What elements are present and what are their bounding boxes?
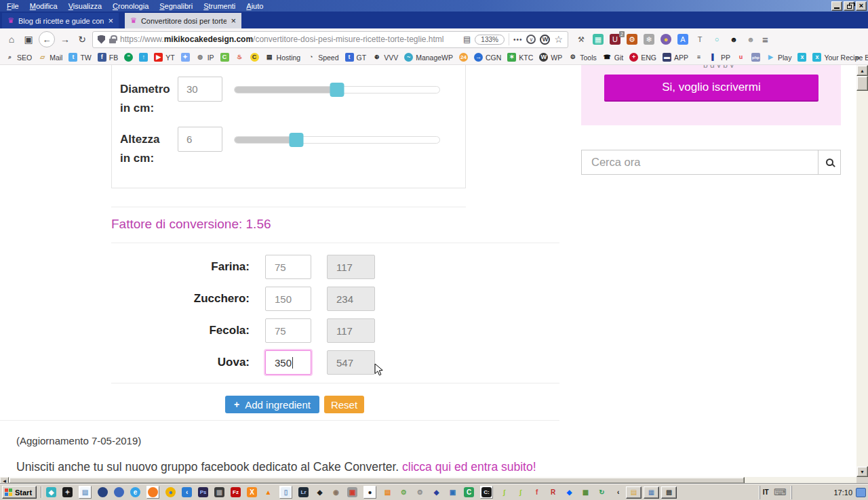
start-button[interactable]: Start xyxy=(2,486,37,499)
menu-visualizza[interactable]: Visualizza xyxy=(63,1,107,11)
menu-file[interactable]: File xyxy=(1,1,24,11)
vertical-scrollbar[interactable]: ▲ ▼ xyxy=(856,65,868,477)
altezza-input[interactable]: 6 xyxy=(178,127,222,152)
menu-cronologia[interactable]: Cronologia xyxy=(107,1,154,11)
bookmark-hosting[interactable]: ▤Hosting xyxy=(265,53,301,62)
ql-inkscape[interactable]: ◆ xyxy=(315,487,325,497)
save-extension-icon[interactable]: ▦ xyxy=(593,34,604,45)
ingredient-input[interactable]: 75 xyxy=(265,318,311,343)
bookmark-arrow[interactable]: ↑ xyxy=(139,53,148,62)
close-button[interactable]: × xyxy=(856,1,867,11)
bookmark-hangouts[interactable]: “ xyxy=(124,53,133,62)
vertical-scrollbar-thumb[interactable] xyxy=(856,76,868,91)
bookmark-vvv[interactable]: ⊕VVV xyxy=(372,53,398,62)
back-button[interactable]: ← xyxy=(39,31,55,47)
altezza-slider-handle[interactable] xyxy=(289,133,303,147)
ql-filezilla[interactable]: Fz xyxy=(231,487,241,497)
page-actions-icon[interactable]: ••• xyxy=(513,36,523,43)
bookmark-24[interactable]: 24 xyxy=(459,53,468,62)
tab-convertitore[interactable]: ♛ Convertitore dosi per torte, misur × xyxy=(125,13,241,28)
people-extension-icon[interactable]: ☻ xyxy=(745,34,756,45)
pocket-icon[interactable]: ∨ xyxy=(526,35,536,44)
bookmark-seo[interactable]: ⌕SEO xyxy=(5,53,32,62)
menu-segnalibri[interactable]: Segnalibri xyxy=(154,1,198,11)
bookmark-managewp[interactable]: ~ManageWP xyxy=(404,53,453,62)
ql-green-terminal[interactable]: C xyxy=(464,487,474,497)
ql-vscode[interactable]: ‹ xyxy=(182,487,192,497)
ql-dark-sphere[interactable] xyxy=(98,487,108,497)
taskbtn-image-window[interactable]: ▦ xyxy=(644,486,659,499)
ql-xampp[interactable]: X xyxy=(247,487,257,497)
bookmark-tw[interactable]: tTW xyxy=(68,53,91,62)
language-indicator[interactable]: IT xyxy=(763,488,769,496)
bookmark-play[interactable]: ▶Play xyxy=(766,53,791,62)
ql-internet-explorer[interactable]: e xyxy=(130,487,140,497)
home-icon[interactable]: ⌂ xyxy=(5,34,18,45)
ql-ruby[interactable]: R xyxy=(548,487,558,497)
menu-aiuto[interactable]: Aiuto xyxy=(241,1,269,11)
add-ingredient-button[interactable]: + Add ingredient xyxy=(225,396,319,413)
reset-button[interactable]: Reset xyxy=(324,396,364,413)
bookmark-mail[interactable]: ▱Mail xyxy=(38,53,62,62)
tab-blog[interactable]: ♛ Blog di ricette e guide con la pasta × xyxy=(2,13,119,28)
text-extension-icon[interactable]: T xyxy=(694,34,705,45)
ql-grey-bot[interactable]: ⚙ xyxy=(415,487,425,497)
show-desktop-button[interactable] xyxy=(856,488,866,497)
ql-dark-tool[interactable]: ▦ xyxy=(214,487,224,497)
ql-fan[interactable]: ● xyxy=(363,486,376,499)
ql-leaf-1[interactable]: ∫ xyxy=(499,487,509,497)
scroll-left-arrow-icon[interactable]: ◀ xyxy=(0,477,9,484)
taskbtn-folder-window[interactable]: ▤ xyxy=(626,486,642,499)
bookmark-fb[interactable]: fFB xyxy=(98,53,118,62)
url-bar[interactable]: https://www.mikikocakedesign.com/convert… xyxy=(92,31,568,48)
ql-firefox[interactable] xyxy=(146,486,159,499)
bookmark-ip[interactable]: ◍IP xyxy=(196,53,214,62)
ql-virtualbox[interactable]: ▣ xyxy=(448,487,458,497)
menu-strumenti[interactable]: Strumenti xyxy=(198,1,241,11)
translate-extension-icon[interactable]: A xyxy=(677,34,688,45)
bookmark-star-icon[interactable]: ☆ xyxy=(554,34,563,45)
ql-dark-app[interactable]: ✦ xyxy=(62,487,73,497)
bookmark-x[interactable]: x xyxy=(797,53,806,62)
bookmark-speed[interactable]: ◔Speed xyxy=(307,53,338,62)
diametro-input[interactable]: 30 xyxy=(178,77,222,102)
ql-paint-drops[interactable]: ◆ xyxy=(46,487,56,497)
bookmark-yt[interactable]: ▶YT xyxy=(154,53,174,62)
bookmark-eng[interactable]: +ENG xyxy=(629,53,656,62)
ingredient-input[interactable]: 350 xyxy=(265,350,311,375)
scroll-up-arrow-icon[interactable]: ▲ xyxy=(856,65,868,76)
ql-chrome[interactable]: ● xyxy=(165,487,176,497)
bookmark-app[interactable]: ▬APP xyxy=(663,53,688,62)
wrench-extension-icon[interactable]: ⚒ xyxy=(576,34,587,45)
bookmark-blue[interactable]: ✦ xyxy=(181,53,190,62)
bookmark-cgn[interactable]: →CGN xyxy=(474,53,501,62)
search-button[interactable] xyxy=(818,150,840,174)
account-extension-icon[interactable]: ☻ xyxy=(728,34,739,45)
subscribe-button[interactable]: Si, voglio iscrivermi xyxy=(604,75,818,100)
minimize-button[interactable] xyxy=(831,1,842,11)
library-icon[interactable]: ▣ xyxy=(22,34,35,45)
horizontal-scrollbar-thumb[interactable] xyxy=(9,477,745,484)
bookmark-pp[interactable]: ▌PP xyxy=(709,53,730,62)
ql-photoshop[interactable]: Ps xyxy=(198,487,208,497)
horizontal-scrollbar[interactable]: ◀ xyxy=(0,477,856,484)
ql-ink-blue[interactable]: ◆ xyxy=(431,487,441,497)
lock-icon[interactable] xyxy=(109,39,116,43)
ql-red-f[interactable]: f xyxy=(532,487,542,497)
bookmark-gt[interactable]: tGT xyxy=(345,53,367,62)
wordpress-icon[interactable]: W xyxy=(540,35,550,45)
tab-close-icon[interactable]: × xyxy=(108,16,113,25)
snowflake-extension-icon[interactable]: ❄ xyxy=(644,34,654,45)
ring-extension-icon[interactable]: ○ xyxy=(711,34,722,45)
ql-green-bot[interactable]: ⚙ xyxy=(399,487,409,497)
zoom-level-badge[interactable]: 133% xyxy=(475,35,505,45)
diametro-slider-handle[interactable] xyxy=(330,83,344,97)
tray-user-icon[interactable] xyxy=(796,488,806,497)
forward-button[interactable]: → xyxy=(58,34,72,45)
ql-gimp[interactable]: ◉ xyxy=(331,487,341,497)
altezza-slider[interactable] xyxy=(234,136,440,144)
bookmarks-overflow-chevron-icon[interactable]: » xyxy=(855,52,860,62)
bookmark-c-green[interactable]: C xyxy=(220,53,229,62)
scroll-down-arrow-icon[interactable]: ▼ xyxy=(856,466,868,477)
ql-leaf-2[interactable]: ∫ xyxy=(515,487,526,497)
